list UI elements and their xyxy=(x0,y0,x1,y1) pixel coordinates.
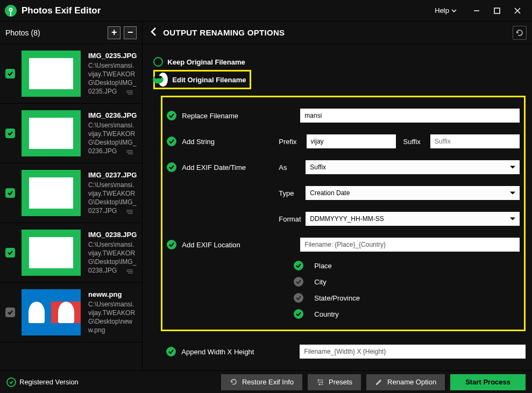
option-label: Replace Filename xyxy=(182,112,279,120)
toggle-append-dimensions[interactable] xyxy=(166,347,176,356)
country-label: Country xyxy=(314,310,339,318)
sidebar: Photos (8) + − IMG_0235.JPGC:\Users\mans… xyxy=(0,22,142,370)
titlebar: Photos Exif Editor Help xyxy=(0,0,532,22)
close-button[interactable] xyxy=(507,2,528,19)
svg-point-21 xyxy=(322,382,323,383)
photo-item[interactable]: IMG_0237.JPGC:\Users\mansi.vijay.TWEAKOR… xyxy=(0,163,142,223)
toggle-add-string[interactable] xyxy=(167,137,176,146)
registered-badge: Registered Version xyxy=(6,377,79,387)
main-body: Keep Original Filename Edit Original Fil… xyxy=(143,44,532,370)
photo-list[interactable]: IMG_0235.JPGC:\Users\mansi.vijay.TWEAKOR… xyxy=(0,44,142,370)
chevron-down-icon xyxy=(451,8,457,13)
presets-button[interactable]: Presets xyxy=(308,374,361,390)
photo-path: C:\Users\mansi.vijay.TWEAKORG\Desktop\ne… xyxy=(88,300,137,335)
radio-icon xyxy=(158,73,168,87)
minimize-button[interactable] xyxy=(466,2,487,19)
toggle-state[interactable] xyxy=(294,293,303,303)
help-menu[interactable]: Help xyxy=(435,6,457,15)
more-icon[interactable] xyxy=(125,88,134,98)
datetime-as-select[interactable]: Suffix xyxy=(306,160,520,174)
append-preview xyxy=(300,345,526,359)
photo-name: IMG_0237.JPG xyxy=(88,171,137,179)
radio-icon xyxy=(153,57,163,67)
main-panel: OUTPUT RENAMING OPTIONS Keep Original Fi… xyxy=(142,22,532,370)
registered-label: Registered Version xyxy=(19,378,79,386)
rename-options-box: Replace Filename Add String Prefix Suffi… xyxy=(161,96,526,331)
toggle-city[interactable] xyxy=(294,277,303,287)
footer: Registered Version Restore Exif Info Pre… xyxy=(0,370,532,393)
as-label: As xyxy=(279,163,300,172)
option-label: Add EXIF Date/Time xyxy=(182,163,279,172)
checkbox[interactable] xyxy=(5,69,15,78)
radio-edit-original[interactable]: Edit Original Filename xyxy=(153,70,251,89)
state-label: State/Province xyxy=(314,294,360,302)
toggle-add-datetime[interactable] xyxy=(167,162,176,172)
more-icon[interactable] xyxy=(125,208,134,217)
remove-photo-button[interactable]: − xyxy=(124,26,137,39)
thumbnail xyxy=(22,110,81,156)
datetime-type-select[interactable]: Creation Date xyxy=(306,186,520,200)
main-title: OUTPUT RENAMING OPTIONS xyxy=(163,28,285,37)
maximize-button[interactable] xyxy=(487,2,507,19)
option-label: Append Width X Height xyxy=(181,348,278,356)
replace-filename-input[interactable] xyxy=(300,109,520,123)
more-icon[interactable] xyxy=(125,267,134,277)
add-photo-button[interactable]: + xyxy=(108,26,120,39)
place-label: Place xyxy=(314,262,332,270)
pencil-icon xyxy=(375,378,383,386)
checkbox[interactable] xyxy=(5,188,15,198)
datetime-format-select[interactable]: DDMMYYYY_HH-MM-SS xyxy=(306,212,520,226)
toggle-add-location[interactable] xyxy=(167,240,176,249)
presets-icon xyxy=(316,378,324,386)
svg-point-23 xyxy=(319,384,321,385)
rename-option-button[interactable]: Rename Option xyxy=(366,374,445,390)
restore-icon xyxy=(230,378,238,386)
checkbox[interactable] xyxy=(5,128,15,138)
photo-item[interactable]: IMG_0238.JPGC:\Users\mansi.vijay.TWEAKOR… xyxy=(0,223,142,283)
thumbnail xyxy=(22,51,81,97)
prefix-input[interactable] xyxy=(307,134,396,148)
svg-rect-4 xyxy=(494,8,500,13)
photo-name: neww.png xyxy=(88,290,137,298)
start-process-button[interactable]: Start Process xyxy=(450,374,526,390)
photo-name: IMG_0236.JPG xyxy=(88,111,137,119)
radio-label: Keep Original Filename xyxy=(167,58,245,66)
city-label: City xyxy=(314,278,326,286)
photo-name: IMG_0238.JPG xyxy=(88,231,137,239)
svg-point-19 xyxy=(318,380,320,381)
reset-button[interactable] xyxy=(513,26,527,40)
app-logo-icon xyxy=(4,4,17,17)
photo-item[interactable]: neww.pngC:\Users\mansi.vijay.TWEAKORG\De… xyxy=(0,283,142,342)
thumbnail xyxy=(22,289,81,335)
toggle-country[interactable] xyxy=(294,309,303,319)
option-label: Add String xyxy=(182,138,279,146)
restore-exif-button[interactable]: Restore Exif Info xyxy=(221,374,302,390)
toggle-place[interactable] xyxy=(294,261,303,270)
checkbox[interactable] xyxy=(5,248,15,258)
checkbox[interactable] xyxy=(5,308,15,317)
photo-item[interactable]: IMG_0236.JPGC:\Users\mansi.vijay.TWEAKOR… xyxy=(0,104,142,163)
svg-point-2 xyxy=(10,9,12,10)
suffix-label: Suffix xyxy=(403,138,421,146)
thumbnail xyxy=(22,230,81,276)
option-label: Add EXIF Location xyxy=(182,241,279,249)
check-icon xyxy=(6,377,16,387)
main-header: OUTPUT RENAMING OPTIONS xyxy=(143,22,532,44)
back-button[interactable] xyxy=(150,27,158,39)
radio-label: Edit Original Filename xyxy=(172,76,246,84)
thumbnail xyxy=(22,170,81,216)
format-label: Format xyxy=(279,215,300,223)
radio-keep-original[interactable]: Keep Original Filename xyxy=(153,54,526,70)
sidebar-title: Photos (8) xyxy=(5,28,40,37)
prefix-label: Prefix xyxy=(279,138,296,146)
location-preview xyxy=(300,238,520,252)
more-icon[interactable] xyxy=(125,148,134,158)
suffix-input[interactable] xyxy=(430,134,520,148)
photo-name: IMG_0235.JPG xyxy=(88,52,137,60)
type-label: Type xyxy=(279,189,300,197)
photo-item[interactable]: IMG_0235.JPGC:\Users\mansi.vijay.TWEAKOR… xyxy=(0,44,142,104)
app-title: Photos Exif Editor xyxy=(22,5,101,16)
sidebar-header: Photos (8) + − xyxy=(0,22,142,44)
toggle-replace-filename[interactable] xyxy=(167,111,176,120)
